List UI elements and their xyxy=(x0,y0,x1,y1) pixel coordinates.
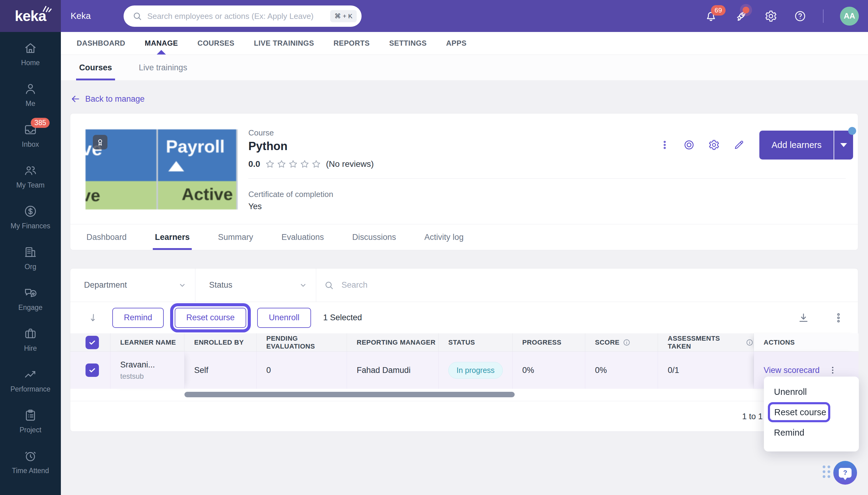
horizontal-scroll-area xyxy=(70,389,858,401)
course-kebab-menu-icon[interactable] xyxy=(660,140,670,150)
progress-cell: 0% xyxy=(513,352,585,389)
nav-apps[interactable]: APPS xyxy=(446,32,467,54)
row-actions-context-menu: Unenroll Reset course Remind xyxy=(764,377,859,451)
col-assessments-taken[interactable]: ASSESSMENTS TAKEN xyxy=(658,334,754,351)
support-chat-button[interactable]: ? xyxy=(833,461,857,485)
sidebar-item-performance[interactable]: Performance xyxy=(10,368,51,393)
course-header-card: ve Payroll ve Active Course Python 0.0 xyxy=(70,113,858,250)
status-badge: In progress xyxy=(448,362,503,379)
tab-summary[interactable]: Summary xyxy=(218,224,253,250)
reviews-text: (No reviews) xyxy=(326,159,374,169)
table-kebab-menu-icon[interactable] xyxy=(833,312,844,324)
whats-new-rocket-icon[interactable] xyxy=(734,9,748,23)
row-kebab-menu-icon[interactable] xyxy=(828,365,837,375)
status-filter[interactable]: Status xyxy=(195,269,316,302)
course-type-label: Course xyxy=(248,128,274,138)
sidebar-item-org[interactable]: Org xyxy=(23,245,37,271)
department-filter[interactable]: Department xyxy=(70,269,195,302)
sidebar-item-time-attend[interactable]: Time Attend xyxy=(12,449,49,475)
course-settings-gear-icon[interactable] xyxy=(708,139,720,151)
tab-dashboard[interactable]: Dashboard xyxy=(86,224,127,250)
widget-drag-handle[interactable] xyxy=(823,465,830,478)
certificate-medal-icon xyxy=(93,135,107,150)
col-learner-name[interactable]: LEARNER NAME xyxy=(110,334,185,351)
subtab-live-trainings[interactable]: Live trainings xyxy=(139,55,187,80)
remind-button[interactable]: Remind xyxy=(112,308,164,328)
thumbnail-sort-triangle xyxy=(168,161,184,171)
nav-dashboard[interactable]: DASHBOARD xyxy=(77,32,125,54)
learner-name-cell[interactable]: Sravani... testsub xyxy=(110,352,185,389)
back-to-manage-link[interactable]: Back to manage xyxy=(70,93,144,104)
global-search-input[interactable] xyxy=(147,12,330,21)
row-checkbox[interactable] xyxy=(86,363,99,377)
global-search[interactable]: ⌘ + K xyxy=(124,5,362,27)
star-icon xyxy=(288,159,298,169)
menu-item-reset-course-highlight: Reset course xyxy=(768,402,830,422)
settings-gear-icon[interactable] xyxy=(765,10,777,22)
select-all-checkbox-cell xyxy=(70,334,110,351)
preview-eye-icon[interactable] xyxy=(683,139,695,151)
sidebar-item-my-team[interactable]: My Team xyxy=(16,164,45,189)
nav-reports[interactable]: REPORTS xyxy=(333,32,370,54)
course-card-divider xyxy=(248,178,846,179)
tab-learners[interactable]: Learners xyxy=(155,224,190,250)
notifications-bell-icon[interactable]: 69 xyxy=(704,10,718,23)
sidebar-item-me[interactable]: Me xyxy=(23,82,37,108)
team-icon xyxy=(23,164,37,177)
tab-activity-log[interactable]: Activity log xyxy=(424,224,464,250)
pagination-row: 1 to 1 xyxy=(70,401,858,431)
chevron-down-icon xyxy=(299,281,307,290)
menu-item-unenroll[interactable]: Unenroll xyxy=(764,384,859,400)
user-avatar[interactable]: AA xyxy=(840,7,859,25)
unenroll-button[interactable]: Unenroll xyxy=(257,308,311,328)
sidebar-item-hire[interactable]: Hire xyxy=(23,327,37,353)
rating-value: 0.0 xyxy=(248,159,260,169)
add-learners-button[interactable]: Add learners xyxy=(759,131,834,159)
sidebar-item-project[interactable]: Project xyxy=(19,408,41,434)
sidebar-item-my-finances[interactable]: My Finances xyxy=(11,204,50,230)
col-actions[interactable]: ACTIONS xyxy=(754,334,858,351)
nav-manage[interactable]: MANAGE xyxy=(145,32,178,54)
brand-text: keka xyxy=(15,7,46,24)
info-icon[interactable] xyxy=(746,339,753,346)
col-enrolled-by[interactable]: ENROLLED BY xyxy=(185,334,257,351)
home-icon xyxy=(23,41,37,55)
keka-logo[interactable]: keka xyxy=(0,0,61,32)
select-all-checkbox[interactable] xyxy=(86,336,99,349)
download-icon[interactable] xyxy=(797,312,810,324)
horizontal-scrollbar[interactable] xyxy=(185,392,515,397)
col-reporting-manager[interactable]: REPORTING MANAGER xyxy=(347,334,438,351)
learner-search-field[interactable] xyxy=(316,269,858,302)
subtab-courses[interactable]: Courses xyxy=(79,55,112,80)
edit-pencil-icon[interactable] xyxy=(733,139,745,151)
help-icon[interactable] xyxy=(794,10,806,22)
col-progress[interactable]: PROGRESS xyxy=(513,334,585,351)
view-scorecard-link[interactable]: View scorecard xyxy=(764,365,820,375)
nav-settings[interactable]: SETTINGS xyxy=(389,32,427,54)
sidebar-item-engage[interactable]: Engage xyxy=(18,286,42,312)
sidebar-item-inbox[interactable]: 385 Inbox xyxy=(22,123,39,149)
arrow-down-icon[interactable] xyxy=(88,312,99,323)
tab-discussions[interactable]: Discussions xyxy=(352,224,396,250)
tab-evaluations[interactable]: Evaluations xyxy=(281,224,324,250)
col-score[interactable]: SCORE xyxy=(585,334,658,351)
back-arrow-icon xyxy=(70,93,81,104)
learner-row: Sravani... testsub Self 0 Fahad Damudi I… xyxy=(70,352,858,389)
add-learners-dropdown-toggle[interactable] xyxy=(834,131,853,159)
nav-live-trainings[interactable]: LIVE TRAININGS xyxy=(254,32,314,54)
sidebar: Home Me 385 Inbox My Team My Finances Or… xyxy=(0,32,61,495)
reset-course-button[interactable]: Reset course xyxy=(175,308,246,328)
menu-item-remind[interactable]: Remind xyxy=(764,425,859,441)
selected-count: 1 Selected xyxy=(323,313,362,322)
assessments-taken-cell: 0/1 xyxy=(658,352,754,389)
col-status[interactable]: STATUS xyxy=(438,334,513,351)
info-icon[interactable] xyxy=(623,339,631,346)
sidebar-item-home[interactable]: Home xyxy=(21,41,39,67)
learner-search-input[interactable] xyxy=(342,280,849,290)
col-pending-evaluations[interactable]: PENDING EVALUATIONS xyxy=(257,334,347,351)
bulk-actions-toolbar: Remind Reset course Unenroll 1 Selected xyxy=(70,302,858,334)
rating-stars xyxy=(265,159,321,169)
nav-courses[interactable]: COURSES xyxy=(197,32,235,54)
menu-item-reset-course[interactable]: Reset course xyxy=(770,404,828,420)
page-content: Back to manage ve Payroll ve Active Cour… xyxy=(61,81,868,432)
